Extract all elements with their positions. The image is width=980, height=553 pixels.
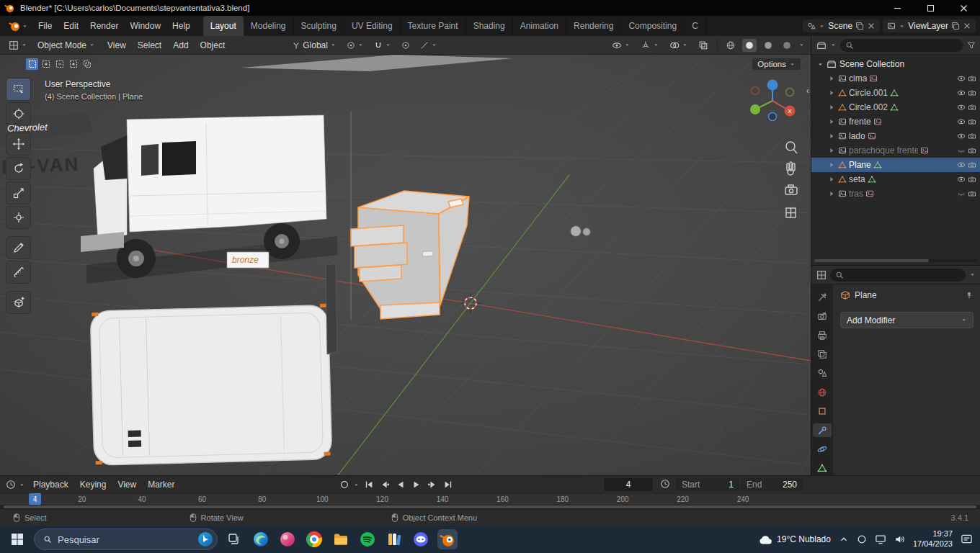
options-dropdown[interactable]: Options <box>752 58 801 70</box>
timeline-menu-item[interactable]: Playback <box>28 478 74 491</box>
notification-icon[interactable] <box>961 534 973 545</box>
render-visibility-camera-icon[interactable] <box>968 74 976 83</box>
taskbar-spotify[interactable] <box>357 529 378 549</box>
proportional-edit-toggle[interactable] <box>398 40 413 51</box>
render-visibility-camera-icon[interactable] <box>968 89 976 97</box>
sidebar-collapse-icon[interactable]: ‹ <box>806 85 809 96</box>
task-view-button[interactable] <box>224 529 244 549</box>
play-button[interactable] <box>409 478 423 491</box>
gizmos-dropdown[interactable] <box>638 39 662 52</box>
workspace-tab[interactable]: Modeling <box>244 16 294 36</box>
collapse-icon[interactable] <box>817 61 824 68</box>
timeline-ruler[interactable]: 20406080100120140160180200220240 <box>0 493 980 505</box>
workspace-tab[interactable]: Rendering <box>566 16 621 36</box>
prop-tab-world[interactable] <box>813 385 832 399</box>
taskbar-discord[interactable] <box>411 529 431 549</box>
tray-bluetooth-icon[interactable] <box>857 534 867 544</box>
viewport-menu-item[interactable]: Add <box>168 39 193 52</box>
taskbar-edge[interactable] <box>251 529 271 549</box>
snap-toggle[interactable] <box>371 40 394 51</box>
select-mode-invert-icon[interactable] <box>67 58 79 70</box>
workspace-tab[interactable]: C <box>685 16 706 36</box>
outliner-item[interactable]: frente <box>811 114 980 129</box>
auto-keying-record-icon[interactable] <box>337 478 351 491</box>
navigation-gizmo[interactable]: X <box>750 80 796 121</box>
tool-add-cube[interactable] <box>6 291 31 314</box>
outliner-item[interactable]: Plane <box>811 158 980 172</box>
select-mode-extend-icon[interactable] <box>40 58 52 70</box>
taskbar-file-explorer[interactable] <box>331 529 351 549</box>
unlink-scene-icon[interactable] <box>867 22 876 30</box>
outliner-item[interactable]: lado <box>811 129 980 143</box>
timeline-editor-icon[interactable] <box>6 480 16 490</box>
outliner-item[interactable]: tras <box>811 186 980 201</box>
next-keyframe-button[interactable] <box>425 478 439 491</box>
workspace-tab[interactable]: Compositing <box>621 16 685 36</box>
maximize-button[interactable] <box>914 0 947 16</box>
tool-annotate[interactable] <box>6 236 31 259</box>
shading-rendered-button[interactable] <box>780 39 794 52</box>
jump-to-start-button[interactable] <box>362 478 375 491</box>
expand-icon[interactable] <box>827 161 836 169</box>
editor-type-button[interactable] <box>6 39 30 52</box>
render-visibility-camera-icon[interactable] <box>968 161 976 169</box>
expand-icon[interactable] <box>827 117 836 126</box>
visibility-eye-closed-icon[interactable] <box>957 146 966 155</box>
object-mode-select[interactable]: Object Mode <box>35 39 98 52</box>
shading-dropdown-icon[interactable] <box>798 42 805 48</box>
prop-tab-tool[interactable] <box>813 290 832 304</box>
filter-icon[interactable] <box>967 41 976 50</box>
workspace-tab[interactable]: Layout <box>203 16 244 36</box>
taskbar-photos[interactable] <box>277 529 298 549</box>
render-visibility-camera-icon[interactable] <box>968 132 976 140</box>
tool-measure[interactable] <box>6 261 31 284</box>
tray-volume-icon[interactable] <box>894 534 905 544</box>
viewport-nav-icons[interactable] <box>785 142 797 217</box>
prop-tab-object-data[interactable] <box>813 462 832 475</box>
properties-search-input[interactable] <box>830 269 966 282</box>
outliner-item[interactable]: seta <box>811 172 980 186</box>
menu-item[interactable]: Window <box>124 19 166 33</box>
expand-icon[interactable] <box>827 74 836 83</box>
tool-rotate[interactable] <box>6 157 31 180</box>
timeline-menu-item[interactable]: Marker <box>143 478 179 491</box>
workspace-tab[interactable]: UV Editing <box>344 16 401 36</box>
xray-toggle[interactable] <box>695 39 711 52</box>
properties-editor-icon[interactable] <box>816 270 827 280</box>
outliner-item[interactable]: cima <box>811 71 980 86</box>
taskbar-clock[interactable]: 19:37 17/04/2023 <box>913 529 953 549</box>
taskbar-search-input[interactable]: Pesquisar <box>34 529 218 550</box>
render-visibility-camera-icon[interactable] <box>968 103 976 112</box>
expand-icon[interactable] <box>827 175 836 184</box>
workspace-tab[interactable]: Shading <box>466 16 513 36</box>
workspace-tab[interactable]: Sculpting <box>294 16 344 36</box>
tray-network-icon[interactable] <box>875 534 886 544</box>
prop-tab-scene[interactable] <box>813 367 832 380</box>
3d-viewport[interactable]: pinceladas3d.blogspot.pt bronze Chevrole… <box>0 55 811 475</box>
visibility-eye-icon[interactable] <box>957 175 966 184</box>
prev-keyframe-button[interactable] <box>378 478 391 491</box>
tool-move[interactable] <box>6 132 31 156</box>
workspace-tab[interactable]: Animation <box>513 16 566 36</box>
scene-selector[interactable]: Scene <box>803 19 880 32</box>
overlays-dropdown[interactable] <box>667 39 691 52</box>
prop-tab-output[interactable] <box>813 328 832 342</box>
expand-icon[interactable] <box>827 89 836 97</box>
frame-start-field[interactable]: Start 1 <box>676 478 739 491</box>
prop-tab-physics[interactable] <box>813 442 832 456</box>
outliner-item[interactable]: Circle.001 <box>811 86 980 100</box>
visibility-eye-icon[interactable] <box>957 132 966 140</box>
timeline-menu-item[interactable]: Keying <box>75 478 112 491</box>
viewport-menu-item[interactable]: Select <box>133 39 166 52</box>
render-visibility-camera-icon[interactable] <box>968 146 976 155</box>
play-reverse-button[interactable] <box>393 478 407 491</box>
shading-solid-button[interactable] <box>742 39 757 52</box>
prop-tab-render[interactable] <box>813 309 832 323</box>
visibility-eye-icon[interactable] <box>957 117 966 126</box>
outliner-item[interactable]: Circle.002 <box>811 100 980 114</box>
expand-icon[interactable] <box>827 103 836 112</box>
outliner-scrollbar[interactable] <box>814 259 978 262</box>
timeline-menu-item[interactable]: View <box>112 478 141 491</box>
viewport-menu-item[interactable]: View <box>102 39 131 52</box>
chevron-down-icon[interactable] <box>969 271 976 278</box>
